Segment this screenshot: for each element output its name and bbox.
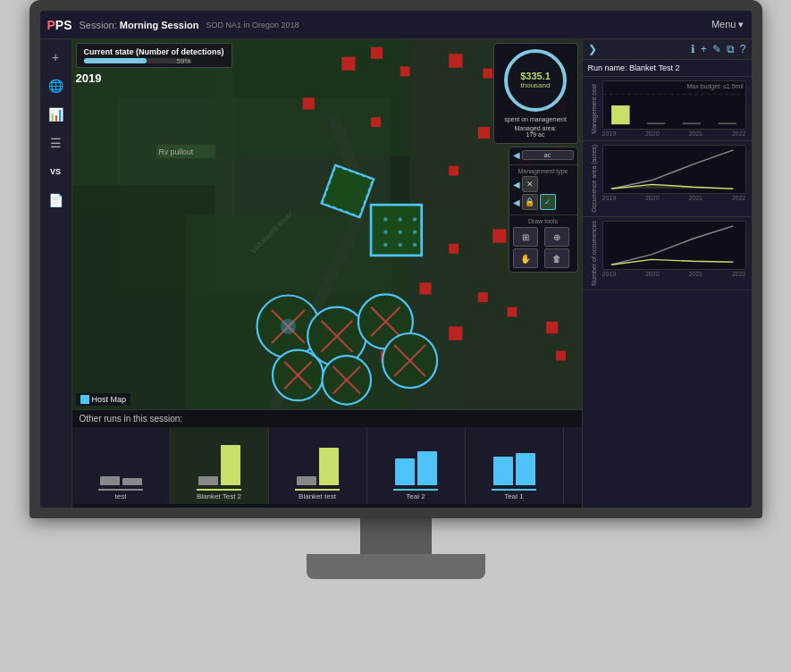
chart-svg-1: Max budget: ≤1.5mil — [602, 80, 746, 130]
run-bar — [516, 453, 535, 485]
sidebar-item-globe[interactable]: 🌐 — [43, 73, 68, 98]
chart-area-3: Number of occurrences — [588, 221, 746, 286]
monitor-stand-base — [307, 554, 485, 579]
plus-icon: + — [52, 50, 59, 64]
runs-list: testBlanket Test 2Blanket testTeal 2Teal… — [72, 427, 582, 504]
run-bars — [395, 439, 437, 485]
chart-inner-1: Max budget: ≤1.5mil — [602, 80, 746, 137]
run-bar — [100, 476, 120, 485]
run-underline — [98, 489, 143, 491]
run-card[interactable]: Teal 1 — [564, 427, 582, 504]
run-card[interactable]: Blanket test — [269, 427, 367, 504]
draw-tool-target[interactable]: ⊕ — [544, 227, 569, 247]
host-map-checkbox[interactable] — [80, 395, 89, 404]
logo-p: P — [47, 18, 55, 32]
chart-svg-3 — [602, 221, 746, 270]
mgmt-check-btn[interactable]: ✓ — [540, 194, 556, 210]
run-card[interactable]: Blanket Test 2 — [171, 427, 269, 504]
chart-y-label-3: Number of occurrences — [588, 221, 601, 286]
run-bars — [100, 439, 142, 485]
monitor-screen: PPS Session: Morning Session SOD NA1 in … — [40, 11, 752, 508]
draw-tools-label: Draw tools — [509, 215, 577, 225]
chart-y-label-2: Occurrence area (acres) — [588, 145, 601, 213]
svg-point-40 — [412, 217, 416, 221]
app-body: + 🌐 📊 ☰ VS 📄 — [40, 39, 752, 508]
right-panel-add-btn[interactable]: + — [701, 43, 707, 55]
current-state-title: Current state (Number of detections) — [84, 47, 224, 56]
max-budget-label: Max budget: ≤1.5mil — [687, 83, 744, 89]
run-bar — [493, 457, 513, 485]
run-bar — [395, 458, 415, 485]
mgmt-type-left-arrow2[interactable]: ◀ — [513, 197, 520, 207]
mgmt-ac-row: ◀ ac — [513, 150, 574, 160]
chart-x-labels-2: 2019 2020 2021 2022 — [602, 195, 746, 201]
chart-label-3: Number of occurrences — [591, 221, 597, 286]
run-bar — [319, 448, 339, 485]
chart-inner-2: 2019 2020 2021 2022 — [602, 145, 746, 213]
logo-ps: PS — [55, 18, 72, 32]
stats-amount: $335.1 — [520, 71, 551, 81]
mgmt-ac-section: ◀ ac — [509, 147, 577, 165]
mgmt-lock-btn[interactable]: 🔒 — [522, 194, 538, 210]
draw-tools-section: Draw tools ⊞ ⊕ ✋ 🗑 — [509, 215, 577, 272]
run-bar — [122, 478, 142, 485]
run-card[interactable]: Teal 2 — [367, 427, 466, 504]
svg-point-39 — [398, 217, 401, 221]
sidebar-item-file[interactable]: 📄 — [43, 188, 68, 213]
svg-point-41 — [383, 231, 387, 234]
chart-svg-2 — [602, 145, 746, 194]
right-panel-edit-btn[interactable]: ✎ — [712, 43, 721, 55]
svg-rect-15 — [371, 117, 381, 127]
year-label: 2019 — [76, 71, 232, 85]
chart-label-1: Management cost — [591, 84, 597, 134]
mgmt-ac-left-arrow[interactable]: ◀ — [513, 150, 520, 160]
run-name: Teal 1 — [504, 492, 523, 500]
mgmt-ac-tag: ac — [522, 150, 574, 160]
svg-rect-20 — [449, 166, 459, 176]
svg-rect-30 — [449, 326, 462, 340]
run-underline — [197, 489, 241, 491]
svg-rect-70 — [682, 122, 700, 124]
right-panel-info-btn[interactable]: ℹ — [691, 43, 695, 55]
svg-point-44 — [383, 243, 387, 247]
menu-button[interactable]: Menu ▾ — [711, 19, 745, 30]
run-card[interactable]: test — [72, 427, 171, 504]
sidebar-item-add[interactable]: + — [43, 45, 68, 70]
draw-tool-select[interactable]: ⊞ — [513, 227, 538, 247]
right-panel-help-btn[interactable]: ? — [740, 43, 746, 55]
run-bar — [417, 451, 437, 485]
run-name-row: Run name: Blanket Test 2 — [583, 60, 752, 77]
draw-tool-delete[interactable]: 🗑 — [544, 248, 569, 268]
svg-rect-37 — [371, 205, 422, 256]
sidebar-item-vs[interactable]: VS — [43, 159, 68, 184]
right-panel-copy-btn[interactable]: ⧉ — [727, 43, 735, 55]
sidebar-item-list[interactable]: ☰ — [43, 130, 68, 155]
run-name: Blanket Test 2 — [197, 492, 241, 500]
svg-rect-25 — [492, 229, 506, 242]
svg-point-42 — [398, 231, 401, 234]
svg-rect-32 — [546, 322, 558, 333]
host-map-label: Host Map — [92, 395, 127, 404]
draw-tool-pan[interactable]: ✋ — [513, 248, 538, 268]
mgmt-type-left-arrow[interactable]: ◀ — [513, 180, 520, 189]
run-bar — [198, 476, 218, 485]
right-panel-expand-btn[interactable]: ❯ — [588, 43, 597, 55]
sidebar-item-chart[interactable]: 📊 — [43, 102, 68, 127]
draw-tools-grid: ⊞ ⊕ ✋ 🗑 — [509, 225, 577, 272]
app-logo: PPS — [47, 18, 72, 32]
svg-rect-71 — [718, 122, 736, 124]
app-header: PPS Session: Morning Session SOD NA1 in … — [40, 11, 752, 39]
mgmt-delete-btn[interactable]: ✕ — [522, 176, 538, 192]
file-icon: 📄 — [48, 193, 63, 207]
monitor-stand-neck — [360, 518, 432, 554]
current-state-box: Current state (Number of detections) 59% — [76, 43, 232, 68]
run-card[interactable]: Teal 1 — [466, 427, 564, 504]
sod-label: SOD NA1 in Oregon 2018 — [206, 21, 299, 29]
list-icon: ☰ — [50, 136, 62, 150]
svg-rect-33 — [556, 351, 566, 361]
chart-y-label-1: Management cost — [588, 80, 601, 137]
stats-overlay: $335.1 thousand spent on management Mana… — [493, 43, 578, 144]
mgmt-type-row1: ◀ ✕ — [513, 176, 574, 192]
svg-rect-19 — [477, 127, 489, 139]
globe-icon: 🌐 — [48, 79, 63, 93]
